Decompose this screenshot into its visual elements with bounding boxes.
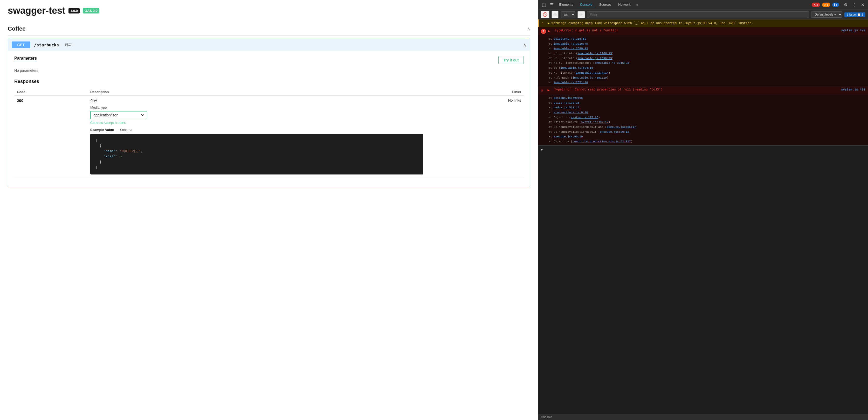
close-devtools-icon[interactable]: ✕ xyxy=(860,1,866,8)
swagger-title: swagger-test xyxy=(8,5,65,16)
stack-line: at Ut.__iterate (immutable.js:2698:25) xyxy=(549,56,865,61)
error-link-2[interactable]: system.js:490 xyxy=(841,88,865,92)
error-icon-2: ▶ xyxy=(548,88,552,92)
response-desc-cell: 성공 Media type application/json Controls … xyxy=(88,96,426,177)
error-link-1[interactable]: system.js:490 xyxy=(841,29,865,32)
console-prompt: ▶ xyxy=(538,146,868,153)
error-x-icon: ✕ xyxy=(541,88,546,93)
filter-input[interactable] xyxy=(587,11,809,18)
error-message-1: TypeError: n.get is not a function xyxy=(555,29,839,32)
stack-line: at Object.r (system.js:175:26) xyxy=(549,115,865,120)
stack-line: at Bt.handleValidationResultPass (execut… xyxy=(549,125,865,130)
error-message-2: TypeError: Cannot read properties of nul… xyxy=(554,88,839,92)
stack-line: at K.__iterate (immutable.js:274:14) xyxy=(549,70,865,75)
devtools-inspect-icon[interactable]: ⬚ xyxy=(540,1,547,8)
warn-badge[interactable]: △ 1 xyxy=(822,3,830,7)
stack-line: at _t.__iterate (immutable.js:2206:13) xyxy=(549,51,865,56)
console-warning: △ ▶ Warning: escaping deep link whitespa… xyxy=(538,20,868,27)
params-section: Parameters Try it out xyxy=(14,56,524,64)
devtools-topbar: ⬚ ☰ Elements Console Sources Network » ✕… xyxy=(538,0,868,10)
section-collapse-icon: ∧ xyxy=(527,26,530,32)
filter-icon[interactable]: ◎ xyxy=(552,11,559,18)
stack-line: at immutable.js:3016:46 xyxy=(549,41,865,46)
stack-line: at selectors.js:316:53 xyxy=(549,37,865,41)
stack-line: at actions.js:499:66 xyxy=(549,96,865,101)
endpoint-description: 커피 xyxy=(65,42,72,47)
stack-trace-2: at actions.js:499:66 at utils.js:173:16 … xyxy=(538,95,868,145)
devtools-badges: ✕ 3 △ 1 ℹ 1 xyxy=(812,3,839,7)
stack-line: at utils.js:173:16 xyxy=(549,101,865,105)
tab-elements[interactable]: Elements xyxy=(556,1,577,8)
links-col-header: Links xyxy=(426,88,524,96)
issues-badge[interactable]: 1 Issue: 📋 1 xyxy=(844,12,865,17)
devtools-device-icon[interactable]: ☰ xyxy=(549,1,555,8)
console-output: △ ▶ Warning: escaping deep link whitespa… xyxy=(538,20,868,414)
stack-line: at r.forEach (immutable.js:4381:19) xyxy=(549,75,865,80)
response-code-200: 200 xyxy=(17,98,23,103)
tab-sources[interactable]: Sources xyxy=(596,1,615,8)
eye-icon[interactable]: 👁 xyxy=(578,11,585,18)
tab-network[interactable]: Network xyxy=(615,1,634,8)
controls-accept-note: Controls Accept header. xyxy=(90,121,423,125)
more-options-icon[interactable]: ⋮ xyxy=(850,1,858,8)
endpoint-header[interactable]: GET /starbucks 커피 ∧ xyxy=(8,39,530,51)
error-header-2[interactable]: ✕ ▶ TypeError: Cannot read properties of… xyxy=(538,86,868,95)
more-tabs-icon[interactable]: » xyxy=(634,2,641,8)
settings-icon[interactable]: ⚙ xyxy=(842,1,849,8)
responses-title: Responses xyxy=(14,79,524,84)
example-value-bar: Example Value | Schema xyxy=(90,128,423,132)
error-icon-1: ▶ xyxy=(548,29,553,33)
devtools-tabs: Elements Console Sources Network » xyxy=(556,1,809,8)
coffee-section-header[interactable]: Coffee ∧ xyxy=(8,22,530,35)
code-example-block: [ { "name": "아메리카노", "kcal": 5 } ] xyxy=(90,134,423,174)
endpoint-collapse-icon: ∧ xyxy=(523,42,526,48)
media-type-select[interactable]: application/json xyxy=(90,111,147,119)
response-korean-text: 성공 xyxy=(90,98,423,103)
no-links-text: No links xyxy=(508,98,521,102)
stack-line: at Object.Ue (react-dom.production.min.j… xyxy=(549,139,865,144)
desc-col-header: Description xyxy=(88,88,426,96)
media-type-label: Media type xyxy=(90,105,423,109)
section-title: Coffee xyxy=(8,25,25,32)
stack-line: at redux.js:578:12 xyxy=(549,105,865,110)
prompt-arrow-icon: ▶ xyxy=(541,147,543,152)
response-200-row: 200 성공 Media type application/json Contr… xyxy=(14,96,524,177)
error-block-2: ✕ ▶ TypeError: Cannot read properties of… xyxy=(538,86,868,146)
warn-triangle-icon: △ xyxy=(541,21,546,25)
stack-line: at Xt.r.__iterateUncached (immutable.js:… xyxy=(549,61,865,66)
responses-table: Code Description Links 200 성공 Media type xyxy=(14,88,524,177)
method-badge: GET xyxy=(12,41,30,48)
get-starbucks-endpoint: GET /starbucks 커피 ∧ Parameters Try it ou… xyxy=(8,39,530,187)
devtools-toolbar: 🚫 ◎ top 👁 Default levels ▾ 1 Issue: 📋 1 xyxy=(538,10,868,20)
stack-line: at Object.execute (system.js:487:17) xyxy=(549,120,865,125)
schema-button[interactable]: Schema xyxy=(120,128,132,132)
stack-line: at Bt.handleValidationResult (execute.js… xyxy=(549,130,865,135)
error-count-1: 2 xyxy=(541,29,546,34)
try-it-out-button[interactable]: Try it out xyxy=(498,56,524,64)
params-title: Parameters xyxy=(14,56,37,62)
endpoint-body: Parameters Try it out No parameters Resp… xyxy=(8,51,530,187)
no-params-text: No parameters xyxy=(14,68,524,73)
error-header-1[interactable]: 2 ▶ TypeError: n.get is not a function s… xyxy=(538,27,868,35)
stack-line: at wrap-actions.js:9:10 xyxy=(549,110,865,115)
warning-text: ▶ Warning: escaping deep link whitespace… xyxy=(548,21,753,26)
tab-console[interactable]: Console xyxy=(577,1,596,8)
devtools-settings: ⚙ ⋮ ✕ xyxy=(842,1,866,8)
console-bottom-bar: Console xyxy=(538,414,868,420)
example-value-button[interactable]: Example Value xyxy=(90,128,114,132)
error-badge[interactable]: ✕ 3 xyxy=(812,3,820,7)
info-badge[interactable]: ℹ 1 xyxy=(832,3,839,7)
devtools-panel: ⬚ ☰ Elements Console Sources Network » ✕… xyxy=(538,0,868,420)
swagger-title-row: swagger-test 1.0.0 OAS 3.0 xyxy=(8,5,530,16)
version-badge: 1.0.0 xyxy=(68,8,80,13)
endpoint-left: GET /starbucks 커피 xyxy=(12,41,72,48)
clear-console-icon[interactable]: 🚫 xyxy=(541,11,550,18)
separator: | xyxy=(117,128,117,132)
oas-badge: OAS 3.0 xyxy=(83,8,99,13)
stack-line: at pe (immutable.js:604:16) xyxy=(549,66,865,70)
levels-dropdown[interactable]: Default levels ▾ xyxy=(811,11,842,18)
context-selector[interactable]: top xyxy=(561,11,576,18)
code-col-header: Code xyxy=(14,88,88,96)
stack-trace-1: at selectors.js:316:53 at immutable.js:3… xyxy=(538,35,868,86)
stack-line: at immutable.js:2699:43 xyxy=(549,46,865,51)
